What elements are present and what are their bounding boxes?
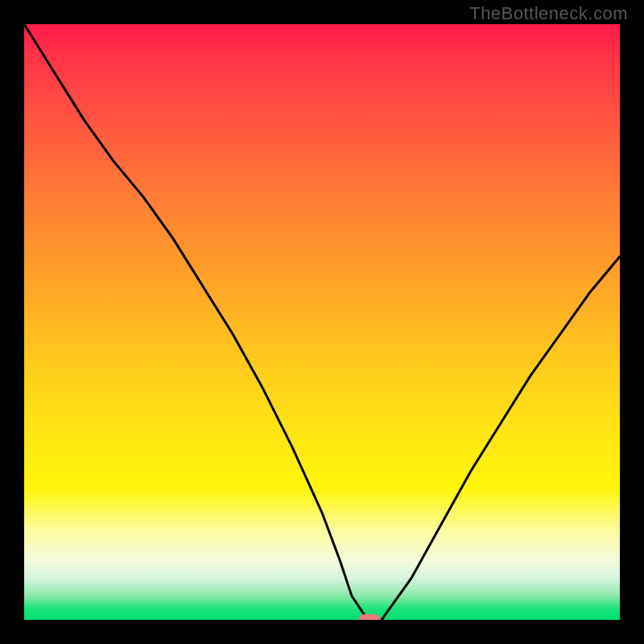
bottleneck-curve-path (24, 24, 620, 620)
curve-svg (24, 24, 620, 620)
watermark-text: TheBottleneck.com (469, 3, 628, 24)
optimal-point-marker (358, 614, 381, 620)
plot-area (24, 24, 620, 620)
